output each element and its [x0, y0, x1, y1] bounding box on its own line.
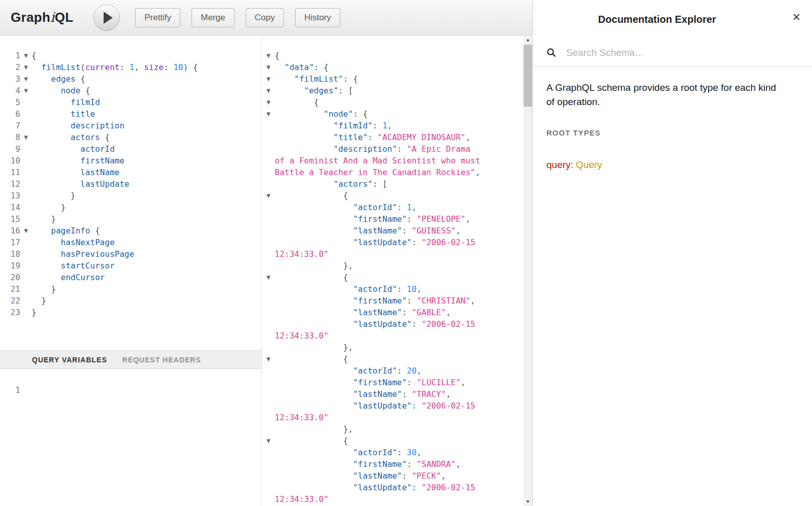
code-text: "lastUpdate": "2006-02-15: [275, 318, 475, 330]
tab-request-headers[interactable]: REQUEST HEADERS: [122, 356, 201, 364]
query-line[interactable]: 12 lastUpdate: [0, 178, 262, 190]
tab-query-variables[interactable]: QUERY VARIABLES: [32, 356, 107, 364]
code-text: filmList(current: 1, size: 10) {: [31, 61, 198, 73]
fold-arrow-icon[interactable]: ▼: [262, 61, 275, 73]
query-line[interactable]: 11 lastName: [0, 166, 262, 178]
code-text: node {: [31, 85, 90, 96]
result-pane[interactable]: ▼{▼ "data": {▼ "filmList": {▼ "edges": […: [262, 36, 532, 506]
fold-gutter: [262, 330, 275, 342]
line-number: 2: [0, 61, 20, 73]
result-line: ▼ {: [262, 435, 532, 447]
query-line[interactable]: 14 }: [0, 201, 262, 213]
query-line[interactable]: 3▼ edges {: [0, 73, 262, 85]
fold-gutter: [20, 384, 31, 396]
query-line[interactable]: 9 actorId: [0, 143, 262, 155]
variables-editor[interactable]: 1: [0, 369, 262, 506]
fold-arrow-icon[interactable]: ▼: [262, 190, 275, 201]
query-line[interactable]: 4▼ node {: [0, 85, 262, 96]
query-line[interactable]: 6 title: [0, 108, 262, 120]
query-line[interactable]: 1▼{: [0, 50, 262, 61]
code-text: Battle a Teacher in The Canadian Rockies…: [275, 166, 480, 178]
code-text: filmId: [31, 96, 100, 108]
fold-arrow-icon[interactable]: ▼: [262, 108, 275, 120]
line-number: 4: [0, 85, 20, 96]
merge-button[interactable]: Merge: [191, 8, 234, 27]
fold-arrow-icon[interactable]: ▼: [262, 272, 275, 283]
fold-arrow-icon[interactable]: ▼: [20, 131, 31, 143]
fold-arrow-icon[interactable]: ▼: [262, 50, 275, 61]
fold-gutter: [262, 342, 275, 353]
line-number: 11: [0, 166, 20, 178]
result-line: ▼ {: [262, 190, 532, 201]
code-text: "firstName": "LUCILLE",: [275, 377, 466, 388]
query-line[interactable]: 7 description: [0, 120, 262, 131]
doc-header: Documentation Explorer ✕: [533, 0, 812, 39]
fold-arrow-icon[interactable]: ▼: [20, 85, 31, 96]
code-text: 12:34:33.0": [275, 493, 329, 505]
code-text: "firstName": "SANDRA",: [275, 458, 461, 470]
query-line[interactable]: 17 hasNextPage: [0, 237, 262, 248]
graphiql-app: GraphiQL Prettify Merge Copy History 1▼{…: [0, 0, 812, 506]
query-line[interactable]: 5 filmId: [0, 96, 262, 108]
line-number: 23: [0, 307, 20, 318]
search-input[interactable]: [565, 47, 758, 59]
schema-description: A GraphQL schema provides a root type fo…: [546, 81, 777, 109]
scroll-up-button[interactable]: ▲: [524, 36, 532, 44]
variables-line[interactable]: 1: [0, 384, 262, 396]
main-column: GraphiQL Prettify Merge Copy History 1▼{…: [0, 0, 532, 506]
execute-button[interactable]: [93, 5, 120, 31]
root-types-heading: ROOT TYPES: [546, 128, 798, 137]
code-text: {: [275, 353, 348, 365]
query-line[interactable]: 23}: [0, 307, 262, 318]
fold-arrow-icon[interactable]: ▼: [262, 96, 275, 108]
query-line[interactable]: 10 firstName: [0, 155, 262, 166]
scrollbar-thumb[interactable]: [524, 45, 532, 107]
root-type-link[interactable]: Query: [576, 159, 602, 170]
copy-button[interactable]: Copy: [246, 8, 284, 27]
line-number: 8: [0, 131, 20, 143]
fold-gutter: [20, 96, 31, 108]
fold-arrow-icon[interactable]: ▼: [262, 73, 275, 85]
query-line[interactable]: 21 }: [0, 283, 262, 295]
fold-arrow-icon[interactable]: ▼: [20, 61, 31, 73]
code-text: lastName: [31, 166, 119, 178]
query-line[interactable]: 2▼ filmList(current: 1, size: 10) {: [0, 61, 262, 73]
close-icon[interactable]: ✕: [792, 12, 801, 23]
query-line[interactable]: 13 }: [0, 190, 262, 201]
code-text: "lastUpdate": "2006-02-15: [275, 237, 475, 248]
scroll-down-button[interactable]: ▼: [524, 497, 532, 506]
query-line[interactable]: 19 startCursor: [0, 260, 262, 272]
code-text: of a Feminist And a Mad Scientist who mu…: [275, 155, 480, 166]
result-scrollbar[interactable]: ▲ ▼: [524, 36, 532, 506]
line-number: 20: [0, 272, 20, 283]
fold-arrow-icon[interactable]: ▼: [20, 50, 31, 61]
history-button[interactable]: History: [295, 8, 340, 27]
fold-arrow-icon[interactable]: ▼: [262, 435, 275, 447]
editor-column: 1▼{2▼ filmList(current: 1, size: 10) {3▼…: [0, 36, 262, 506]
fold-arrow-icon[interactable]: ▼: [20, 73, 31, 85]
fold-arrow-icon[interactable]: ▼: [262, 353, 275, 365]
fold-gutter: [262, 237, 275, 248]
fold-gutter: [20, 237, 31, 248]
query-line[interactable]: 20 endCursor: [0, 272, 262, 283]
result-line: "actorId": 10,: [262, 283, 532, 295]
logo-italic-i: i: [50, 10, 55, 25]
query-line[interactable]: 22 }: [0, 295, 262, 307]
result-line: ▼ {: [262, 353, 532, 365]
fold-gutter: [262, 377, 275, 388]
scroll-up-icon: ▲: [527, 36, 529, 46]
fold-gutter: [20, 248, 31, 260]
query-editor[interactable]: 1▼{2▼ filmList(current: 1, size: 10) {3▼…: [0, 36, 262, 350]
query-line[interactable]: 8▼ actors {: [0, 131, 262, 143]
prettify-button[interactable]: Prettify: [135, 8, 180, 27]
result-line: "lastUpdate": "2006-02-15: [262, 400, 532, 412]
fold-arrow-icon[interactable]: ▼: [20, 225, 31, 237]
query-line[interactable]: 15 }: [0, 213, 262, 225]
code-text: "lastUpdate": "2006-02-15: [275, 400, 475, 412]
fold-gutter: [262, 365, 275, 377]
fold-arrow-icon[interactable]: ▼: [262, 85, 275, 96]
query-line[interactable]: 16▼ pageInfo {: [0, 225, 262, 237]
query-line[interactable]: 18 hasPreviousPage: [0, 248, 262, 260]
fold-gutter: [262, 155, 275, 166]
result-line: "firstName": "PENELOPE",: [262, 213, 532, 225]
